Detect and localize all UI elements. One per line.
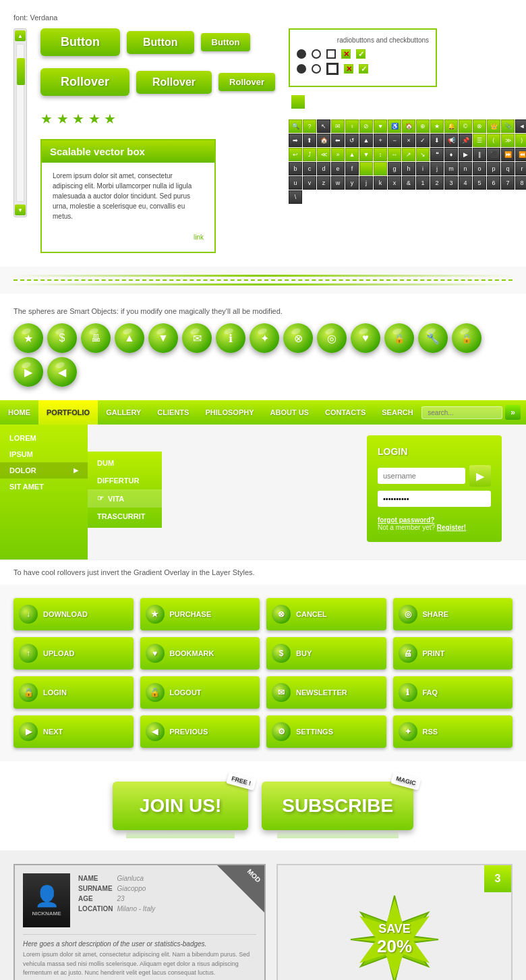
icon-cell[interactable]: ↔ bbox=[388, 148, 401, 161]
icon-cell[interactable]: 📌 bbox=[459, 134, 472, 147]
icon-cell[interactable]: ◄ bbox=[515, 119, 526, 133]
icon-cell[interactable]: r bbox=[515, 162, 526, 175]
sphere-mail[interactable]: ✉ bbox=[182, 323, 212, 353]
icon-cell[interactable]: ▲ bbox=[345, 148, 359, 161]
icon-cell[interactable]: ⏪ bbox=[515, 148, 526, 161]
sub-item-dum[interactable]: DUM bbox=[88, 454, 162, 472]
icon-cell[interactable]: ⟩ bbox=[515, 134, 526, 147]
sphere-cancel[interactable]: ⊗ bbox=[283, 323, 313, 353]
icon-cell[interactable]: i bbox=[416, 162, 430, 175]
username-input[interactable] bbox=[378, 468, 465, 484]
sphere-target[interactable]: ◎ bbox=[317, 323, 347, 353]
button-medium-1[interactable]: Button bbox=[127, 31, 194, 54]
icon-cell[interactable]: ⬛ bbox=[487, 148, 500, 161]
icon-cell[interactable]: ⊕ bbox=[416, 119, 430, 133]
icon-cell[interactable]: ☰ bbox=[473, 134, 486, 147]
icon-cell[interactable]: e bbox=[331, 162, 345, 175]
icon-cell[interactable]: n bbox=[459, 162, 472, 175]
scroll-up-arrow[interactable]: ▲ bbox=[15, 30, 26, 41]
dropdown-dolor[interactable]: DOLOR ▶ bbox=[0, 462, 88, 479]
icon-cell[interactable]: ⏩ bbox=[501, 148, 515, 161]
next-button[interactable]: ▶ NEXT bbox=[13, 715, 134, 748]
icon-cell[interactable]: ? bbox=[303, 119, 316, 133]
icon-cell[interactable]: ❝ bbox=[430, 148, 444, 161]
scroll-down-arrow[interactable]: ▼ bbox=[15, 205, 26, 215]
radio-filled-1[interactable] bbox=[297, 49, 306, 59]
share-button[interactable]: ◎ SHARE bbox=[393, 598, 513, 630]
print-button[interactable]: 🖨 PRINT bbox=[393, 637, 513, 670]
radio-filled-2[interactable] bbox=[297, 64, 306, 74]
login-submit-button[interactable]: ▶ bbox=[469, 465, 491, 487]
dropdown-ipsum[interactable]: IPSUM bbox=[0, 446, 88, 462]
scroll-thumb[interactable] bbox=[17, 58, 25, 85]
scrollbar[interactable]: ▲ ▼ bbox=[13, 28, 27, 217]
subscribe-button[interactable]: SUBSCRIBE MAGIC bbox=[262, 782, 413, 830]
forgot-password-link[interactable]: forgot password? bbox=[378, 516, 434, 524]
icon-cell[interactable]: ↖ bbox=[317, 119, 330, 133]
sphere-lock[interactable]: 🔒 bbox=[384, 323, 414, 353]
sphere-star[interactable]: ★ bbox=[13, 323, 43, 353]
checkbox-empty-1[interactable] bbox=[326, 49, 336, 59]
icon-cell[interactable]: ⬅ bbox=[331, 134, 345, 147]
icon-cell[interactable]: ♥ bbox=[374, 119, 387, 133]
icon-cell[interactable]: d bbox=[317, 162, 330, 175]
icon-cell[interactable]: & bbox=[402, 176, 415, 190]
icon-cell[interactable]: ⬇ bbox=[430, 134, 444, 147]
nav-home[interactable]: HOME bbox=[0, 400, 38, 425]
nav-philosophy[interactable]: PHILOSOPHY bbox=[197, 400, 262, 425]
dropdown-sit-amet[interactable]: SIT AMET bbox=[0, 479, 88, 495]
icon-cell[interactable]: 4 bbox=[459, 176, 472, 190]
icon-cell[interactable]: ‖ bbox=[473, 148, 486, 161]
sphere-rss[interactable]: ✦ bbox=[250, 323, 279, 353]
icon-cell[interactable]: ⬆ bbox=[303, 134, 316, 147]
checkbox-x-1[interactable]: ✕ bbox=[341, 49, 351, 59]
icon-cell[interactable]: − bbox=[388, 134, 401, 147]
icon-cell[interactable]: j bbox=[359, 176, 373, 190]
purchase-button[interactable]: ★ PURCHASE bbox=[140, 598, 260, 630]
icon-cell[interactable]: 6 bbox=[487, 176, 500, 190]
icon-cell[interactable]: 🏠 bbox=[317, 134, 330, 147]
icon-cell[interactable]: ↘ bbox=[416, 148, 430, 161]
sphere-back[interactable]: ◀ bbox=[47, 357, 77, 387]
icon-cell[interactable] bbox=[374, 162, 387, 175]
sphere-play[interactable]: ▶ bbox=[13, 357, 43, 387]
icon-cell[interactable]: k bbox=[374, 176, 387, 190]
newsletter-button[interactable]: ✉ NEWSLETTER bbox=[266, 676, 386, 709]
icon-cell[interactable]: ✉ bbox=[331, 119, 345, 133]
sphere-up[interactable]: ▲ bbox=[115, 323, 144, 353]
icon-cell[interactable]: × bbox=[402, 134, 415, 147]
checkbox-empty-2[interactable] bbox=[326, 63, 339, 75]
icon-cell[interactable]: © bbox=[459, 119, 472, 133]
sphere-print[interactable]: 🖶 bbox=[81, 323, 111, 353]
upload-button[interactable]: ↑ UPLOAD bbox=[13, 637, 134, 670]
icon-cell[interactable]: j bbox=[430, 162, 444, 175]
icon-cell[interactable]: 3 bbox=[444, 176, 458, 190]
dropdown-lorem[interactable]: LOREM bbox=[0, 430, 88, 446]
icon-cell[interactable] bbox=[359, 162, 373, 175]
icon-cell[interactable]: ★ bbox=[430, 119, 444, 133]
settings-button[interactable]: ⚙ SETTINGS bbox=[266, 715, 386, 748]
icon-cell[interactable]: z bbox=[317, 176, 330, 190]
icon-cell[interactable]: 👑 bbox=[487, 119, 500, 133]
sphere-wrench[interactable]: 🔧 bbox=[418, 323, 448, 353]
download-button[interactable]: ↓ DOWNLOAD bbox=[13, 598, 134, 630]
icon-cell[interactable]: 📢 bbox=[444, 134, 458, 147]
icon-cell[interactable]: c bbox=[303, 162, 316, 175]
login-action-button[interactable]: 🔒 LOGIN bbox=[13, 676, 134, 709]
icon-cell[interactable]: 7 bbox=[501, 176, 515, 190]
nav-portfolio[interactable]: PORTFOLIO bbox=[38, 400, 98, 425]
radio-empty-2[interactable] bbox=[312, 64, 321, 74]
icon-cell[interactable]: \ bbox=[289, 190, 302, 204]
scalable-box-link[interactable]: link bbox=[194, 234, 204, 241]
icon-cell[interactable]: ⊗ bbox=[473, 119, 486, 133]
icon-cell[interactable]: g bbox=[388, 162, 401, 175]
nav-contacts[interactable]: CONTACTS bbox=[317, 400, 374, 425]
icon-cell[interactable]: ↕ bbox=[374, 148, 387, 161]
password-input[interactable] bbox=[378, 491, 491, 507]
sphere-down[interactable]: ▼ bbox=[148, 323, 178, 353]
search-input[interactable] bbox=[421, 406, 502, 419]
rollover-medium[interactable]: Rollover bbox=[136, 71, 212, 94]
sphere-info[interactable]: ℹ bbox=[216, 323, 245, 353]
nav-about[interactable]: ABOUT US bbox=[262, 400, 317, 425]
sphere-heart[interactable]: ♥ bbox=[351, 323, 380, 353]
